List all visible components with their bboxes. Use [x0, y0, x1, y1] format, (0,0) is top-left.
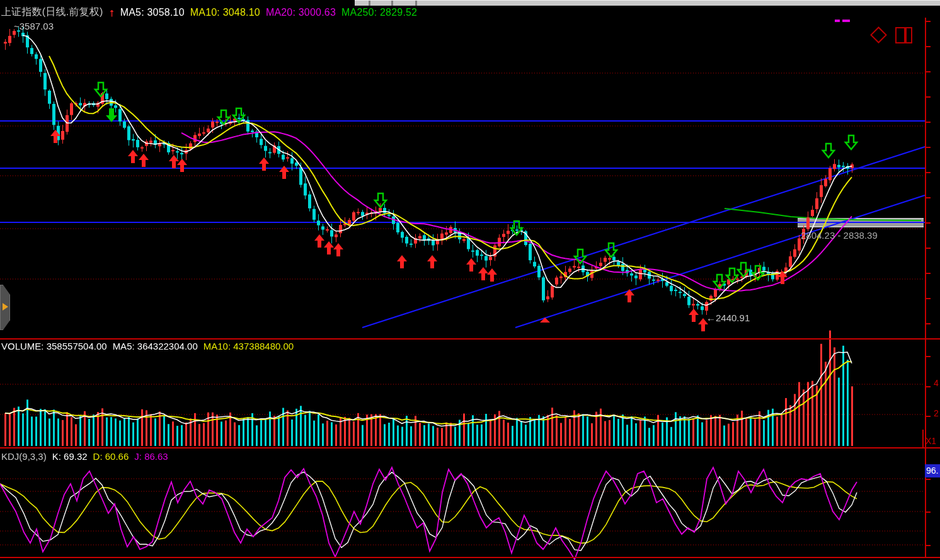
separator-main-volume[interactable]	[0, 338, 940, 340]
window-split-icon-right[interactable]	[905, 27, 912, 43]
volume-axis-label-fragment: 2	[934, 408, 939, 418]
peak-price-label: ~3587.03	[14, 21, 54, 31]
volume-scale-x1-label: X1	[926, 436, 936, 446]
volume-value: VOLUME: 358557504.00	[1, 341, 107, 351]
kdj-axis-badge: 96.	[925, 464, 940, 477]
kdj-name: KDJ(9,3,3)	[1, 451, 47, 462]
window-top-strip	[355, 0, 940, 6]
separator-volume-kdj[interactable]	[0, 447, 940, 449]
trend-up-icon: ↑	[109, 8, 115, 17]
kdj-header: KDJ(9,3,3) K: 69.32 D: 60.66 J: 86.63	[1, 451, 168, 462]
ma5-value: MA5: 3058.10	[120, 7, 185, 18]
strip-notch	[415, 1, 417, 6]
kdj-k-value: K: 69.32	[52, 451, 88, 462]
strip-notch	[369, 1, 370, 6]
volume-ma5-value: MA5: 364322304.00	[113, 341, 198, 351]
low-price-label: ←2440.91	[706, 312, 750, 323]
kdj-j-value: J: 86.63	[134, 451, 168, 462]
kdj-d-value: D: 60.66	[93, 451, 129, 462]
magenta-dash-mark	[842, 20, 850, 22]
chart-window: 上证指数(日线.前复权) ↑ MA5: 3058.10 MA10: 3048.1…	[0, 0, 940, 560]
expand-arrow-icon	[3, 303, 8, 311]
volume-header: VOLUME: 358557504.00 MA5: 364322304.00 M…	[1, 341, 294, 351]
band-range-label: 2804.23 - 2838.39	[801, 230, 878, 241]
strip-notch	[391, 1, 393, 6]
separator-bottom	[0, 557, 940, 558]
volume-axis-label-fragment: 4	[934, 378, 939, 388]
instrument-title: 上证指数(日线.前复权)	[1, 6, 103, 19]
ma20-value: MA20: 3000.63	[266, 7, 336, 18]
window-split-icon[interactable]	[895, 27, 905, 43]
chart-canvas	[0, 0, 940, 560]
magenta-dash-mark	[835, 20, 840, 22]
main-chart-header: 上证指数(日线.前复权) ↑ MA5: 3058.10 MA10: 3048.1…	[1, 6, 417, 19]
ma10-value: MA10: 3048.10	[190, 7, 260, 18]
x1-box-border	[922, 430, 924, 448]
volume-ma10-value: MA10: 437388480.00	[203, 341, 294, 351]
ma250-value: MA250: 2829.52	[341, 7, 417, 18]
